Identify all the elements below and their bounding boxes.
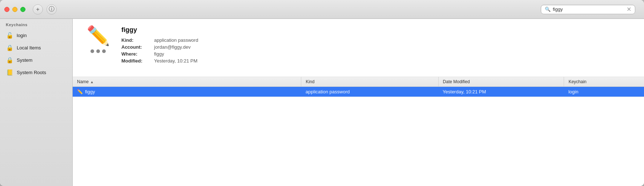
search-input[interactable]: [553, 7, 627, 12]
sidebar-item-system-roots[interactable]: 📒 System Roots: [1, 66, 71, 78]
item-field-account: Account: jordan@figgy.dev: [121, 44, 633, 50]
info-button[interactable]: ⓘ: [47, 4, 57, 15]
detail-area: ✏️ figgy Kind: application password A: [73, 19, 644, 186]
sidebar-item-system[interactable]: 🔒 System: [1, 54, 71, 66]
lock-closed-icon-local: 🔒: [6, 44, 14, 52]
row-name-value: figgy: [85, 89, 95, 94]
maximize-button[interactable]: [20, 7, 25, 12]
table-cell-kind: application password: [301, 87, 438, 97]
sidebar-item-login-label: login: [17, 33, 27, 38]
table-area: Name ▲ Kind Date M: [73, 77, 644, 186]
item-details: figgy Kind: application password Account…: [121, 26, 633, 65]
item-field-account-label: Account:: [121, 44, 154, 50]
item-title: figgy: [121, 26, 633, 34]
icon-dot-2: [96, 49, 100, 53]
sidebar-item-login[interactable]: 🔓 login: [1, 29, 71, 41]
column-header-keychain[interactable]: Keychain: [564, 77, 644, 87]
results-table: Name ▲ Kind Date M: [73, 77, 644, 97]
row-kind-value: application password: [306, 89, 350, 94]
item-field-account-value: jordan@figgy.dev: [154, 44, 190, 50]
sidebar-item-system-label: System: [17, 57, 32, 63]
info-icon: ⓘ: [49, 5, 55, 13]
column-header-date-modified[interactable]: Date Modified: [438, 77, 564, 87]
table-header-row: Name ▲ Kind Date M: [73, 77, 644, 87]
titlebar-action-buttons: + ⓘ: [33, 4, 57, 15]
icon-dot-3: [102, 49, 106, 53]
column-header-name[interactable]: Name ▲: [73, 77, 301, 87]
item-preview: ✏️ figgy Kind: application password A: [73, 19, 644, 77]
table-cell-keychain: login: [564, 87, 644, 97]
row-pencil-icon: ✏️: [77, 89, 83, 94]
icon-dot-1: [90, 49, 94, 53]
lock-open-icon: 🔓: [6, 31, 14, 39]
table-cell-date: Yesterday, 10:21 PM: [438, 87, 564, 97]
close-button[interactable]: [4, 7, 9, 12]
item-field-kind-label: Kind:: [121, 37, 154, 43]
column-kind-label: Kind: [306, 79, 314, 84]
main-content: Keychains 🔓 login 🔒 Local Items 🔒 System…: [0, 19, 644, 186]
pencil-icon: ✏️: [86, 26, 110, 45]
lock-closed-icon-system: 🔒: [6, 56, 14, 64]
table-cell-name: ✏️ figgy: [73, 87, 301, 97]
search-bar[interactable]: 🔍 ✕: [541, 5, 635, 14]
sidebar-header: Keychains: [0, 19, 72, 29]
search-clear-icon[interactable]: ✕: [627, 7, 631, 12]
item-field-where-label: Where:: [121, 51, 154, 57]
item-field-modified-value: Yesterday, 10:21 PM: [154, 58, 197, 64]
column-name-label: Name: [77, 79, 89, 84]
icon-dots: [90, 49, 106, 53]
column-date-label: Date Modified: [443, 79, 470, 84]
table-row[interactable]: ✏️ figgy application password Yesterday,…: [73, 87, 644, 97]
app-window: + ⓘ 🔍 ✕ Keychains 🔓 login 🔒 Local Items: [0, 0, 644, 186]
sidebar-item-system-roots-label: System Roots: [17, 70, 46, 75]
column-keychain-label: Keychain: [568, 79, 586, 84]
item-field-modified-label: Modified:: [121, 58, 154, 64]
sort-arrow-icon: ▲: [90, 80, 94, 84]
column-header-kind[interactable]: Kind: [301, 77, 438, 87]
add-button[interactable]: +: [33, 4, 43, 15]
add-icon: +: [36, 6, 39, 13]
item-icon-area: ✏️: [84, 26, 113, 53]
row-keychain-value: login: [568, 89, 578, 94]
sidebar-item-local-items-label: Local Items: [17, 45, 41, 50]
item-field-kind: Kind: application password: [121, 37, 633, 43]
titlebar: + ⓘ 🔍 ✕: [0, 0, 644, 19]
item-field-modified: Modified: Yesterday, 10:21 PM: [121, 58, 633, 64]
sidebar-item-local-items[interactable]: 🔒 Local Items: [1, 42, 71, 53]
sidebar: Keychains 🔓 login 🔒 Local Items 🔒 System…: [0, 19, 73, 186]
notebook-icon: 📒: [6, 68, 14, 76]
minimize-button[interactable]: [12, 7, 17, 12]
search-icon: 🔍: [545, 7, 551, 12]
item-field-where-value: figgy: [154, 51, 164, 57]
row-date-value: Yesterday, 10:21 PM: [443, 89, 486, 94]
item-field-kind-value: application password: [154, 37, 198, 43]
traffic-lights: [4, 7, 25, 12]
item-field-where: Where: figgy: [121, 51, 633, 57]
